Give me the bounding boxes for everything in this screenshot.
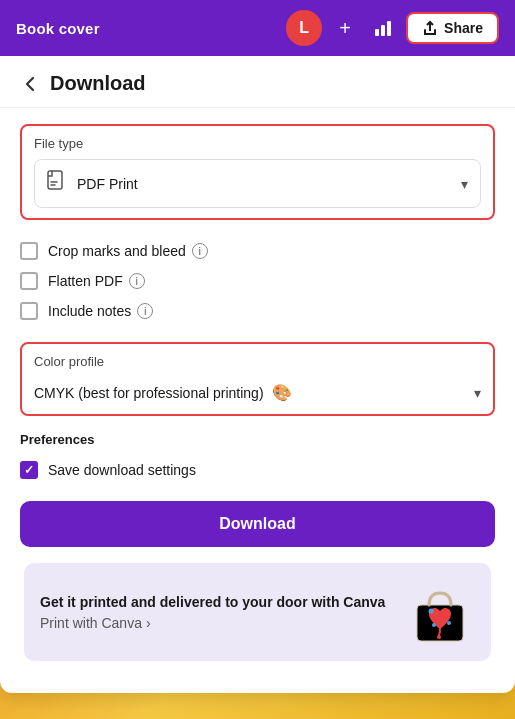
- crop-marks-checkbox[interactable]: [20, 242, 38, 260]
- panel-header: Download: [0, 56, 515, 108]
- flatten-pdf-row: Flatten PDF i: [20, 266, 495, 296]
- crop-marks-info-icon[interactable]: i: [192, 243, 208, 259]
- include-notes-info-icon[interactable]: i: [137, 303, 153, 319]
- crop-marks-row: Crop marks and bleed i: [20, 236, 495, 266]
- print-banner[interactable]: Get it printed and delivered to your doo…: [24, 563, 491, 661]
- svg-rect-0: [375, 29, 379, 36]
- include-notes-checkbox[interactable]: [20, 302, 38, 320]
- back-button[interactable]: [20, 74, 40, 94]
- color-profile-chevron-icon: ▾: [474, 385, 481, 401]
- file-type-chevron-icon: ▾: [461, 176, 468, 192]
- preferences-section: Preferences Save download settings: [20, 432, 495, 485]
- print-with-canva-link[interactable]: Print with Canva ›: [40, 615, 385, 631]
- preferences-label: Preferences: [20, 432, 495, 447]
- svg-rect-2: [387, 21, 391, 36]
- pdf-icon: [47, 170, 67, 197]
- panel-title: Download: [50, 72, 146, 95]
- flatten-pdf-label: Flatten PDF i: [48, 273, 145, 289]
- svg-rect-1: [381, 25, 385, 36]
- color-profile-value: CMYK (best for professional printing): [34, 385, 264, 401]
- color-profile-icon: 🎨: [272, 383, 292, 402]
- download-panel: Download File type PDF Print ▾: [0, 56, 515, 693]
- file-type-dropdown[interactable]: PDF Print ▾: [34, 159, 481, 208]
- color-profile-section: Color profile CMYK (best for professiona…: [20, 342, 495, 416]
- file-type-label: File type: [34, 136, 481, 151]
- download-button[interactable]: Download: [20, 501, 495, 547]
- header-title: Book cover: [16, 20, 100, 37]
- save-settings-checkbox[interactable]: [20, 461, 38, 479]
- color-profile-label: Color profile: [34, 354, 481, 369]
- flatten-pdf-checkbox[interactable]: [20, 272, 38, 290]
- svg-point-9: [437, 635, 441, 639]
- include-notes-row: Include notes i: [20, 296, 495, 326]
- include-notes-label: Include notes i: [48, 303, 153, 319]
- share-button[interactable]: Share: [406, 12, 499, 44]
- avatar[interactable]: L: [286, 10, 322, 46]
- header-actions: L + Share: [286, 10, 499, 46]
- file-type-section: File type PDF Print ▾: [20, 124, 495, 220]
- crop-marks-label: Crop marks and bleed i: [48, 243, 208, 259]
- panel-body: File type PDF Print ▾: [0, 108, 515, 677]
- save-settings-label: Save download settings: [48, 462, 196, 478]
- add-button[interactable]: +: [330, 13, 360, 43]
- flatten-pdf-info-icon[interactable]: i: [129, 273, 145, 289]
- save-settings-row: Save download settings: [20, 455, 495, 485]
- options-section: Crop marks and bleed i Flatten PDF i Inc…: [20, 236, 495, 326]
- app-header: Book cover L + Share: [0, 0, 515, 56]
- color-profile-dropdown[interactable]: CMYK (best for professional printing) 🎨 …: [34, 375, 481, 404]
- print-banner-content: Get it printed and delivered to your doo…: [40, 593, 385, 631]
- file-type-value: PDF Print: [77, 176, 138, 192]
- svg-point-8: [447, 621, 451, 625]
- svg-point-7: [432, 623, 436, 627]
- tote-bag-illustration: [405, 577, 475, 647]
- analytics-button[interactable]: [368, 13, 398, 43]
- svg-point-6: [429, 609, 434, 614]
- print-banner-title: Get it printed and delivered to your doo…: [40, 593, 385, 611]
- svg-rect-3: [48, 171, 62, 189]
